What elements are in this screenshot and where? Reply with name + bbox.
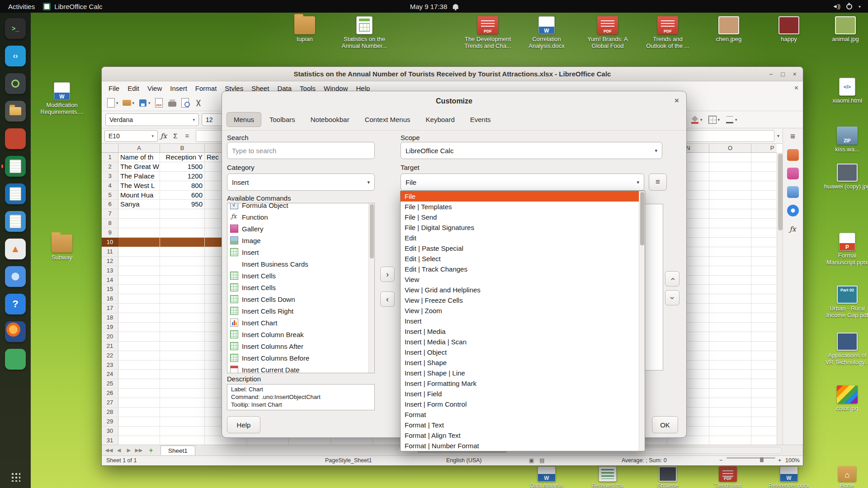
row-header[interactable]: 21 (102, 342, 118, 351)
cell[interactable] (118, 436, 160, 445)
selection-statistics[interactable]: Average: ; Sum: 0 (622, 457, 667, 464)
row-header[interactable]: 7 (102, 209, 118, 218)
target-menu-option[interactable]: Insert | Shape | Line (401, 368, 645, 378)
cell[interactable]: Name of th (118, 153, 160, 162)
next-sheet-button[interactable]: ▶ (124, 447, 133, 453)
target-menu-option[interactable]: Insert | Shape (401, 357, 645, 368)
target-dropdown[interactable]: File ▾ (401, 174, 644, 191)
target-menu-option[interactable]: File | Digital Signatures (401, 222, 645, 233)
dialog-tab[interactable]: Toolbars (262, 112, 302, 127)
row-header[interactable]: 22 (102, 351, 118, 360)
cell[interactable]: The Great W (118, 162, 160, 171)
volume-icon[interactable]: ◄)) (832, 3, 840, 9)
scope-dropdown[interactable]: LibreOffice Calc ▾ (401, 142, 662, 159)
desktop-icon[interactable]: Home (824, 466, 868, 488)
dock-screenshot[interactable] (5, 73, 26, 94)
column-header[interactable]: O (709, 144, 751, 152)
selection-mode-icon[interactable]: ▣ (529, 457, 534, 464)
save-button[interactable]: ▾ (137, 98, 151, 108)
target-menu-option[interactable]: Edit (401, 233, 645, 243)
dock-vlc[interactable]: ▲ (5, 239, 26, 259)
move-down-button[interactable]: › (665, 290, 679, 305)
category-dropdown[interactable]: Insert ▾ (227, 174, 375, 191)
desktop-icon[interactable]: chen.jpeg (705, 16, 752, 42)
target-menu-option[interactable]: Insert | Field (401, 389, 645, 399)
cell[interactable] (160, 304, 205, 313)
menu-item[interactable]: Edit (123, 83, 143, 94)
row-header[interactable]: 10 (102, 238, 118, 247)
desktop-icon[interactable]: Part 02 Urban - Rural Income Gap.pdf (824, 286, 868, 319)
row-header[interactable]: 11 (102, 247, 118, 256)
navigator-deck-icon[interactable] (787, 205, 799, 216)
cell[interactable] (118, 351, 160, 360)
dock-chromium[interactable] (5, 266, 26, 287)
remove-command-button[interactable]: ‹ (380, 291, 395, 307)
cell[interactable]: The West L (118, 181, 160, 190)
cell[interactable]: The Palace (118, 172, 160, 181)
desktop-icon[interactable]: References.docx (765, 466, 812, 488)
desktop-icon[interactable]: tupian (281, 16, 328, 42)
sheet-tab[interactable]: Sheet1 (160, 446, 195, 455)
row-header[interactable]: 28 (102, 408, 118, 417)
cell[interactable] (118, 209, 160, 218)
menu-item[interactable]: View (143, 83, 166, 94)
target-menu-option[interactable]: Format | Align Text (401, 430, 645, 441)
dialog-close-icon[interactable]: × (675, 96, 679, 105)
menu-item[interactable]: Insert (166, 83, 191, 94)
target-menu-option[interactable]: Format | Text (401, 420, 645, 430)
zoom-slider-thumb[interactable] (760, 457, 764, 462)
command-item[interactable]: Insert Cells Right (227, 305, 374, 317)
cell[interactable] (160, 389, 205, 398)
font-name-combobox[interactable]: Verdana ▾ (105, 113, 199, 126)
dropdown-arrow-icon[interactable]: ▾ (132, 101, 135, 105)
cell[interactable] (160, 379, 205, 388)
focused-app-indicator[interactable]: LibreOffice Calc (43, 3, 102, 10)
target-menu-option[interactable]: View | Freeze Cells (401, 295, 645, 305)
column-header[interactable]: A (118, 144, 160, 152)
cell[interactable] (118, 417, 160, 426)
command-item[interactable]: Formula Object (227, 203, 374, 211)
cell[interactable] (118, 332, 160, 341)
cell[interactable] (118, 257, 160, 266)
cell[interactable]: Sanya (118, 200, 160, 209)
system-menu-chevron-icon[interactable]: ▾ (859, 4, 861, 9)
select-all-corner[interactable] (102, 144, 118, 152)
desktop-icon[interactable]: Received.csv (584, 466, 631, 488)
cell[interactable] (160, 285, 205, 294)
dock-libreoffice-writer[interactable] (5, 183, 26, 204)
cell[interactable] (118, 370, 160, 379)
cell[interactable]: 1500 (160, 162, 205, 171)
cell[interactable] (160, 351, 205, 360)
dropdown-arrow-icon[interactable]: ▾ (700, 117, 703, 122)
desktop-icon[interactable]: Applications of VR Technology... (824, 333, 868, 366)
list-scrollbar[interactable] (368, 203, 374, 373)
add-sheet-button[interactable]: + (146, 446, 156, 455)
target-menu-option[interactable]: Edit | Paste Special (401, 243, 645, 253)
border-style-button[interactable]: ▾ (724, 114, 738, 125)
menu-item[interactable]: Format (191, 83, 221, 94)
desktop-icon[interactable]: Data Analysis .docx (523, 466, 570, 488)
cell[interactable]: 1200 (160, 172, 205, 181)
cell[interactable] (160, 332, 205, 341)
expand-formula-bar-icon[interactable]: ▾ (777, 133, 779, 138)
command-item[interactable]: Insert Cells (227, 270, 374, 282)
desktop-icon[interactable]: Modification Requirements.... (38, 82, 85, 115)
functions-deck-icon[interactable]: ƒx (787, 223, 799, 235)
cell[interactable] (160, 436, 205, 445)
minimize-button[interactable]: − (769, 70, 773, 78)
target-menu-option[interactable]: Edit | Track Changes (401, 264, 645, 274)
command-item[interactable]: Insert Business Cards (227, 258, 374, 270)
target-menu-button[interactable]: ≡ (649, 174, 667, 191)
cell[interactable]: 950 (160, 200, 205, 209)
desktop-icon[interactable]: color.jpg (824, 385, 868, 412)
command-item[interactable]: Function (227, 211, 374, 223)
row-header[interactable]: 12 (102, 257, 118, 266)
dialog-tab[interactable]: Keyboard (419, 112, 462, 127)
command-item[interactable]: Gallery (227, 223, 374, 235)
cell[interactable] (160, 427, 205, 436)
cell[interactable] (160, 294, 205, 303)
cell[interactable] (160, 398, 205, 407)
cell[interactable] (160, 219, 205, 228)
row-header[interactable]: 24 (102, 370, 118, 379)
dropdown-arrow-icon[interactable]: ▾ (148, 101, 151, 105)
